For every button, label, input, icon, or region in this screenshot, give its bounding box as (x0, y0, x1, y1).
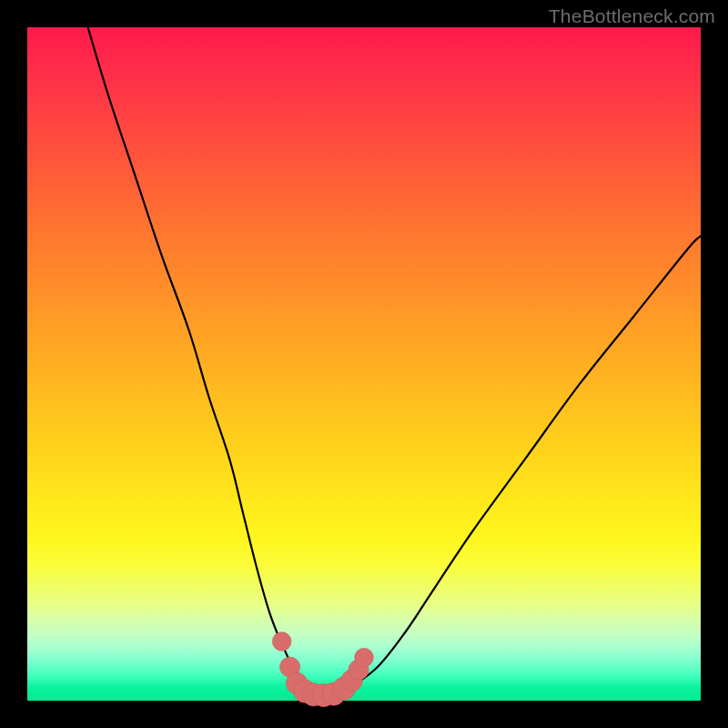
trough-markers (272, 632, 373, 707)
chart-frame: TheBottleneck.com (0, 0, 728, 728)
trough-marker (355, 648, 374, 667)
watermark-text: TheBottleneck.com (549, 5, 715, 27)
bottleneck-curve-path (88, 27, 701, 695)
plot-area (27, 27, 701, 701)
bottleneck-curve-svg (27, 27, 701, 701)
trough-marker (272, 632, 291, 652)
